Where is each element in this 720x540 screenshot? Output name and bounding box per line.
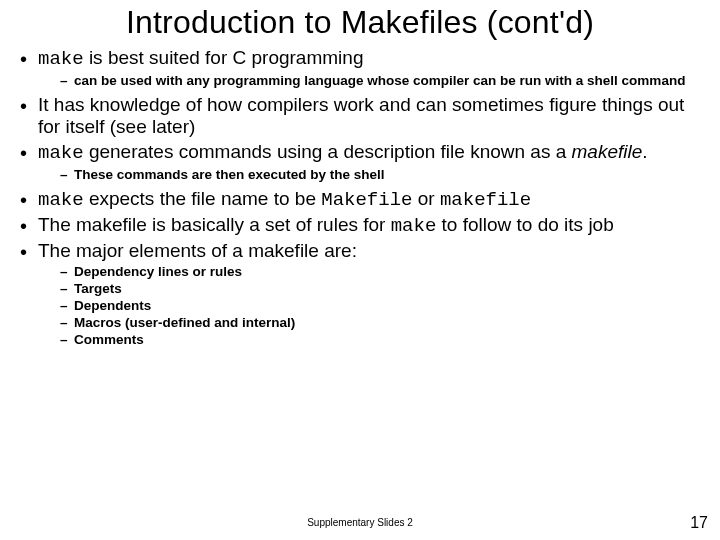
bullet-item: make expects the file name to be Makefil… [18,188,702,212]
text-run: makefile [440,189,531,211]
text-run: make [38,189,84,211]
text-run: make [38,142,84,164]
text-run: The major elements of a makefile are: [38,240,357,261]
bullet-item: It has knowledge of how compilers work a… [18,94,702,140]
text-run: to follow to do its job [436,214,613,235]
text-run: is best suited for C programming [84,47,364,68]
sub-bullet-item: These commands are then executed by the … [38,167,702,184]
text-run: makefile [572,141,643,162]
text-run: It has knowledge of how compilers work a… [38,94,684,138]
sub-bullet-item: Dependency lines or rules [38,264,702,281]
sub-bullet-list: Dependency lines or rulesTargetsDependen… [38,264,702,348]
text-run: The makefile is basically a set of rules… [38,214,391,235]
bullet-item: make is best suited for C programmingcan… [18,47,702,90]
sub-bullet-item: Comments [38,332,702,349]
text-run: make [38,48,84,70]
footer-text: Supplementary Slides 2 [0,517,720,528]
bullet-item: make generates commands using a descript… [18,141,702,184]
text-run: . [642,141,647,162]
sub-bullet-item: Targets [38,281,702,298]
bullet-list: make is best suited for C programmingcan… [18,47,702,349]
text-run: Makefile [321,189,412,211]
text-run: expects the file name to be [84,188,322,209]
sub-bullet-item: Dependents [38,298,702,315]
slide-title: Introduction to Makefiles (cont'd) [18,4,702,41]
page-number: 17 [690,514,708,532]
text-run: or [412,188,439,209]
sub-bullet-item: can be used with any programming languag… [38,73,702,90]
sub-bullet-item: Macros (user-defined and internal) [38,315,702,332]
text-run: make [391,215,437,237]
sub-bullet-list: can be used with any programming languag… [38,73,702,90]
sub-bullet-list: These commands are then executed by the … [38,167,702,184]
bullet-item: The makefile is basically a set of rules… [18,214,702,238]
text-run: generates commands using a description f… [84,141,572,162]
bullet-item: The major elements of a makefile are:Dep… [18,240,702,349]
